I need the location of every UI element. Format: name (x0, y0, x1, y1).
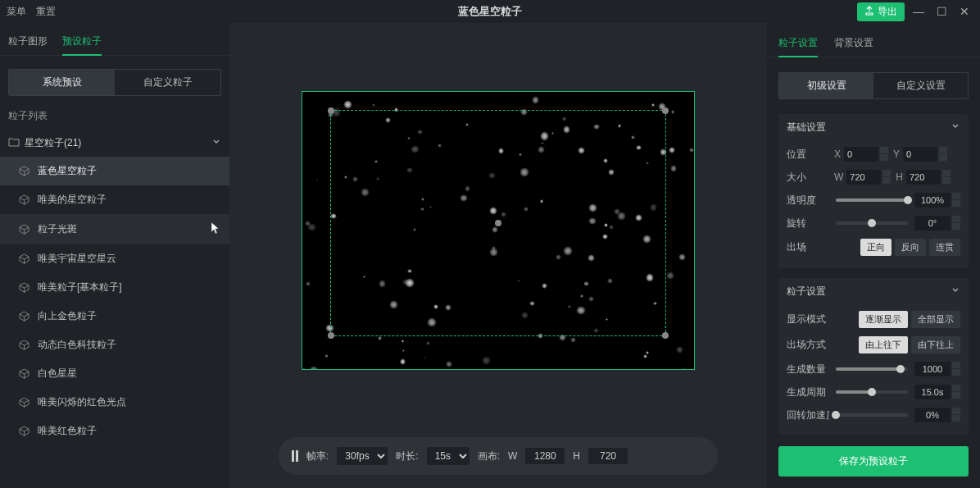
tab-particle-graphic[interactable]: 粒子图形 (8, 30, 48, 55)
particle-item[interactable]: 唯美宇宙星空星云 (0, 244, 229, 273)
particle-item[interactable]: 唯美闪烁的红色光点 (0, 388, 229, 417)
basic-settings-tab[interactable]: 初级设置 (779, 73, 873, 98)
star (666, 271, 675, 280)
tab-particle-settings[interactable]: 粒子设置 (778, 31, 818, 57)
particle-item[interactable]: 粒子光斑 (0, 214, 229, 244)
spinner[interactable] (880, 147, 888, 162)
preview-canvas[interactable] (302, 91, 695, 370)
particle-item-label: 动态白色科技粒子 (38, 338, 116, 352)
star (643, 354, 647, 358)
exit-btn-topdown[interactable]: 由上往下 (859, 336, 908, 353)
star (446, 361, 452, 367)
selection-box[interactable] (330, 110, 666, 336)
gen-cycle-slider[interactable] (836, 390, 908, 394)
particle-item-label: 唯美的星空粒子 (38, 193, 107, 207)
handle-center[interactable] (495, 220, 501, 226)
h-label: H (573, 450, 580, 462)
handle-bl[interactable] (328, 332, 334, 339)
accel-slider[interactable] (836, 413, 908, 417)
accel-label: 回转加速度 (787, 408, 829, 422)
particle-item[interactable]: 唯美粒子[基本粒子] (0, 273, 229, 302)
spinner[interactable] (952, 216, 960, 230)
reset-button[interactable]: 重置 (36, 5, 56, 19)
exit-mode-label: 出场方式 (787, 338, 829, 352)
cube-icon (18, 397, 29, 408)
star (400, 358, 406, 365)
star (402, 349, 406, 353)
display-btn-all[interactable]: 全部显示 (911, 311, 960, 328)
exit-btn-continuous[interactable]: 连贯 (929, 239, 960, 256)
export-button[interactable]: 导出 (857, 2, 905, 21)
particle-item[interactable]: 唯美的星空粒子 (0, 185, 229, 214)
exit-btn-reverse[interactable]: 反向 (895, 239, 926, 256)
pause-button[interactable] (292, 450, 298, 462)
chevron-down-icon (951, 121, 960, 134)
spinner[interactable] (952, 362, 960, 376)
handle-br[interactable] (662, 332, 669, 339)
folder-row[interactable]: 星空粒子(21) (0, 130, 229, 157)
size-w-input[interactable] (846, 170, 881, 185)
particle-item[interactable]: 唯美红色粒子 (0, 417, 229, 445)
particle-item[interactable]: 动态白色科技粒子 (0, 331, 229, 359)
particle-item-label: 唯美粒子[基本粒子] (38, 280, 122, 294)
particle-item[interactable]: 向上金色粒子 (0, 302, 229, 331)
duration-select[interactable]: 15s (427, 447, 470, 465)
star (303, 368, 305, 370)
size-label: 大小 (787, 171, 829, 185)
handle-tr[interactable] (662, 107, 669, 114)
star (343, 100, 352, 109)
window-title: 蓝色星空粒子 (458, 4, 522, 19)
star (324, 354, 328, 358)
spinner[interactable] (882, 170, 891, 185)
display-mode-label: 显示模式 (787, 312, 829, 326)
system-preset-tab[interactable]: 系统预设 (9, 70, 115, 95)
folder-label: 星空粒子(21) (25, 136, 81, 150)
y-label: Y (893, 148, 900, 160)
minimize-button[interactable]: — (910, 5, 928, 18)
star (671, 110, 674, 113)
save-preset-button[interactable]: 保存为预设粒子 (778, 446, 969, 477)
basic-section-header[interactable]: 基础设置 (778, 114, 969, 141)
rotate-slider[interactable] (836, 221, 908, 225)
particle-item[interactable]: 蓝色星空粒子 (0, 157, 229, 185)
cube-icon (18, 340, 29, 351)
cube-icon (18, 224, 29, 235)
tab-background-settings[interactable]: 背景设置 (834, 31, 873, 57)
spinner[interactable] (952, 408, 960, 422)
pos-x-input[interactable] (844, 147, 878, 162)
exit-btn-bottomup[interactable]: 由下往上 (911, 336, 960, 353)
star (670, 165, 677, 171)
star (532, 96, 540, 104)
menu-button[interactable]: 菜单 (7, 5, 26, 19)
tab-preset-particle[interactable]: 预设粒子 (62, 30, 102, 55)
close-button[interactable]: ✕ (955, 5, 973, 18)
particle-section-header[interactable]: 粒子设置 (778, 278, 969, 305)
spinner[interactable] (952, 193, 960, 208)
exit-label: 出场 (787, 240, 829, 254)
framerate-label: 帧率: (306, 449, 329, 463)
canvas-width-input[interactable] (525, 448, 565, 464)
particle-item-label: 唯美闪烁的红色光点 (38, 395, 126, 409)
maximize-button[interactable]: ☐ (932, 5, 951, 18)
exit-btn-forward[interactable]: 正向 (860, 239, 892, 256)
spinner[interactable] (942, 170, 951, 185)
framerate-select[interactable]: 30fps (337, 447, 388, 465)
custom-particle-tab[interactable]: 自定义粒子 (115, 70, 220, 95)
folder-icon (8, 137, 20, 149)
opacity-slider[interactable] (836, 198, 908, 202)
custom-settings-tab[interactable]: 自定义设置 (873, 73, 968, 98)
spinner[interactable] (939, 147, 947, 162)
particle-item[interactable]: 白色星星 (0, 359, 229, 388)
gen-count-slider[interactable] (836, 367, 908, 371)
star (651, 103, 655, 107)
size-h-input[interactable] (906, 170, 941, 185)
handle-tl[interactable] (328, 107, 334, 114)
canvas-height-input[interactable] (588, 448, 628, 464)
star (678, 367, 687, 369)
star (676, 346, 683, 353)
left-panel: 粒子图形 预设粒子 系统预设 自定义粒子 粒子列表 星空粒子(21) 蓝色星空粒… (0, 23, 229, 488)
pos-y-input[interactable] (903, 147, 937, 162)
spinner[interactable] (952, 385, 960, 399)
display-btn-gradual[interactable]: 逐渐显示 (859, 311, 908, 328)
cube-icon (18, 426, 29, 437)
